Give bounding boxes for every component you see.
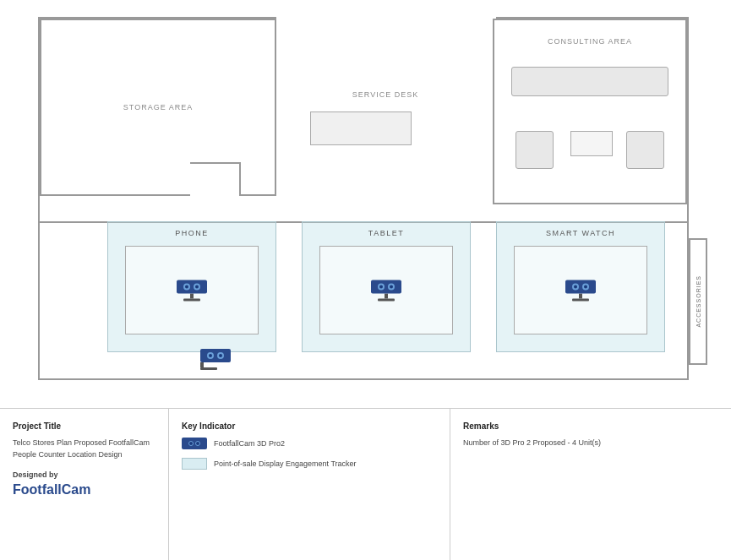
footer-key: Key Indicator FootfallCam 3D Pro2 Point-… bbox=[169, 409, 450, 560]
storage-label: STORAGE AREA bbox=[123, 103, 193, 111]
tablet-zone: TABLET bbox=[302, 221, 471, 352]
chair-right bbox=[626, 131, 664, 169]
cam-lens-right bbox=[194, 283, 200, 290]
project-title-label: Project Title bbox=[13, 421, 155, 431]
chair-left bbox=[516, 131, 554, 169]
service-desk-label: SERVICE DESK bbox=[352, 90, 418, 99]
phone-zone: PHONE bbox=[107, 221, 276, 352]
tablet-zone-label: TABLET bbox=[303, 222, 470, 237]
cam-lens-right-tablet bbox=[388, 283, 395, 290]
footer-project: Project Title Telco Stores Plan Proposed… bbox=[0, 409, 169, 560]
smartwatch-zone-label: SMART WATCH bbox=[497, 222, 664, 237]
cam-lens-left-sw bbox=[572, 283, 579, 290]
consulting-label: CONSULTING AREA bbox=[494, 37, 685, 46]
phone-display-case bbox=[125, 246, 259, 334]
cam-device-phone bbox=[177, 280, 207, 301]
footer: Project Title Telco Stores Plan Proposed… bbox=[0, 408, 731, 560]
extra-cam bbox=[200, 349, 231, 370]
cam-device-smartwatch bbox=[565, 280, 596, 301]
cam-lens-left-tablet bbox=[378, 283, 385, 290]
key-lens-l bbox=[188, 441, 194, 446]
desk-furniture bbox=[310, 111, 412, 145]
extra-cam-lens-l bbox=[207, 352, 214, 359]
key-cam-label: FootfallCam 3D Pro2 bbox=[214, 439, 285, 448]
tablet-display-case bbox=[319, 246, 453, 334]
consulting-room: CONSULTING AREA bbox=[493, 19, 687, 204]
phone-zone-label: PHONE bbox=[108, 222, 275, 237]
project-title-value: Telco Stores Plan Proposed FootfallCam P… bbox=[13, 438, 155, 460]
accessories-panel: ACCESSORIES bbox=[689, 238, 707, 365]
remarks-value: Number of 3D Pro 2 Proposed - 4 Unit(s) bbox=[463, 438, 718, 449]
cam-body-tablet bbox=[371, 280, 401, 293]
remarks-label: Remarks bbox=[463, 421, 718, 431]
extra-cam-lens-r bbox=[217, 352, 224, 359]
cam-body bbox=[177, 280, 207, 293]
cam-lens-left bbox=[183, 283, 190, 290]
accessories-label: ACCESSORIES bbox=[696, 275, 701, 328]
storage-notch bbox=[190, 162, 241, 196]
cam-body-smartwatch bbox=[565, 280, 596, 293]
sofa bbox=[511, 67, 668, 96]
cam-base bbox=[183, 298, 200, 301]
store-outline: STORAGE AREA SERVICE DESK CONSULTING ARE… bbox=[38, 17, 689, 380]
main-container: STORAGE AREA SERVICE DESK CONSULTING ARE… bbox=[0, 0, 731, 560]
footer-remarks: Remarks Number of 3D Pro 2 Proposed - 4 … bbox=[450, 409, 731, 560]
key-item-zone: Point-of-sale Display Engagement Tracker bbox=[182, 458, 437, 470]
storage-area: STORAGE AREA bbox=[40, 19, 276, 196]
key-item-cam: FootfallCam 3D Pro2 bbox=[182, 438, 437, 449]
key-lens-r bbox=[195, 441, 200, 446]
service-desk-area: SERVICE DESK bbox=[276, 19, 496, 196]
cam-base-sw bbox=[572, 298, 589, 301]
consulting-table bbox=[570, 131, 613, 156]
extra-cam-body bbox=[200, 349, 231, 362]
extra-cam-base bbox=[200, 367, 217, 370]
designed-by-label: Designed by bbox=[13, 470, 155, 479]
key-zone-label: Point-of-sale Display Engagement Tracker bbox=[214, 459, 357, 468]
cam-lens-right-sw bbox=[582, 283, 589, 290]
cam-device-tablet bbox=[371, 280, 401, 301]
key-cam-icon bbox=[182, 438, 207, 449]
key-indicator-label: Key Indicator bbox=[182, 421, 437, 431]
smartwatch-display-case bbox=[514, 246, 647, 334]
key-zone-icon bbox=[182, 458, 207, 470]
floor-plan: STORAGE AREA SERVICE DESK CONSULTING ARE… bbox=[0, 0, 731, 408]
smartwatch-zone: SMART WATCH bbox=[496, 221, 665, 352]
footfallcam-logo: FootfallCam bbox=[13, 482, 155, 497]
cam-base-tablet bbox=[378, 298, 395, 301]
